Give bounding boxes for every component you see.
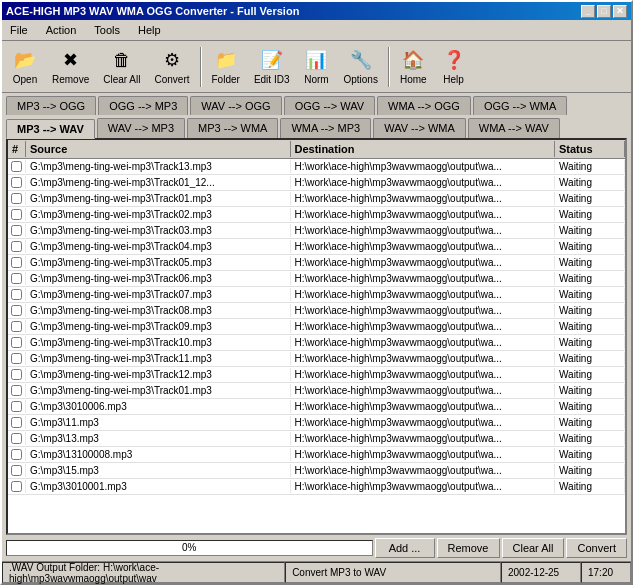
table-row[interactable]: G:\mp3\meng-ting-wei-mp3\Track03.mp3H:\w…	[8, 223, 625, 239]
table-row[interactable]: G:\mp3\meng-ting-wei-mp3\Track11.mp3H:\w…	[8, 351, 625, 367]
row-source: G:\mp3\meng-ting-wei-mp3\Track06.mp3	[26, 272, 291, 285]
norm-button[interactable]: 📊 Norm	[297, 44, 335, 89]
remove-button[interactable]: ✖ Remove	[46, 44, 95, 89]
tab-ogg-wma[interactable]: OGG --> WMA	[473, 96, 567, 115]
table-row[interactable]: G:\mp3\3010006.mp3H:\work\ace-high\mp3wa…	[8, 399, 625, 415]
tab-wav-mp3[interactable]: WAV --> MP3	[97, 118, 185, 138]
row-destination: H:\work\ace-high\mp3wavwmaogg\output\wa.…	[291, 464, 556, 477]
table-row[interactable]: G:\mp3\11.mp3H:\work\ace-high\mp3wavwmao…	[8, 415, 625, 431]
row-source: G:\mp3\meng-ting-wei-mp3\Track09.mp3	[26, 320, 291, 333]
table-row[interactable]: G:\mp3\meng-ting-wei-mp3\Track01.mp3H:\w…	[8, 191, 625, 207]
menu-help[interactable]: Help	[134, 22, 165, 38]
open-button[interactable]: 📂 Open	[6, 44, 44, 89]
table-row[interactable]: G:\mp3\meng-ting-wei-mp3\Track10.mp3H:\w…	[8, 335, 625, 351]
row-destination: H:\work\ace-high\mp3wavwmaogg\output\wa.…	[291, 480, 556, 493]
status-date: 2002-12-25	[501, 562, 581, 583]
row-checkbox[interactable]	[8, 448, 26, 461]
row-checkbox[interactable]	[8, 256, 26, 269]
row-checkbox[interactable]	[8, 480, 26, 493]
help-button[interactable]: ❓ Help	[435, 44, 473, 89]
row-source: G:\mp3\meng-ting-wei-mp3\Track01.mp3	[26, 192, 291, 205]
tab-wma-wav[interactable]: WMA --> WAV	[468, 118, 560, 138]
bottom-clear-all-button[interactable]: Clear All	[502, 538, 565, 558]
row-checkbox[interactable]	[8, 240, 26, 253]
row-checkbox[interactable]	[8, 400, 26, 413]
options-button[interactable]: 🔧 Options	[337, 44, 383, 89]
row-source: G:\mp3\meng-ting-wei-mp3\Track13.mp3	[26, 160, 291, 173]
home-button[interactable]: 🏠 Home	[394, 44, 433, 89]
table-row[interactable]: G:\mp3\13100008.mp3H:\work\ace-high\mp3w…	[8, 447, 625, 463]
row-checkbox[interactable]	[8, 464, 26, 477]
row-checkbox[interactable]	[8, 288, 26, 301]
row-destination: H:\work\ace-high\mp3wavwmaogg\output\wa.…	[291, 352, 556, 365]
row-checkbox[interactable]	[8, 160, 26, 173]
table-row[interactable]: G:\mp3\meng-ting-wei-mp3\Track05.mp3H:\w…	[8, 255, 625, 271]
row-checkbox[interactable]	[8, 384, 26, 397]
row-checkbox[interactable]	[8, 208, 26, 221]
status-output-folder: .WAV Output Folder: H:\work\ace-high\mp3…	[2, 562, 285, 583]
table-row[interactable]: G:\mp3\meng-ting-wei-mp3\Track01.mp3H:\w…	[8, 383, 625, 399]
tab-mp3-wav[interactable]: MP3 --> WAV	[6, 119, 95, 139]
table-row[interactable]: G:\mp3\3010001.mp3H:\work\ace-high\mp3wa…	[8, 479, 625, 495]
row-destination: H:\work\ace-high\mp3wavwmaogg\output\wa.…	[291, 448, 556, 461]
table-row[interactable]: G:\mp3\meng-ting-wei-mp3\Track01_12...H:…	[8, 175, 625, 191]
table-row[interactable]: G:\mp3\meng-ting-wei-mp3\Track07.mp3H:\w…	[8, 287, 625, 303]
row-status: Waiting	[555, 400, 625, 413]
row-checkbox[interactable]	[8, 432, 26, 445]
row-checkbox[interactable]	[8, 224, 26, 237]
norm-icon: 📊	[304, 48, 328, 72]
folder-button[interactable]: 📁 Folder	[206, 44, 246, 89]
bottom-convert-button[interactable]: Convert	[566, 538, 627, 558]
row-status: Waiting	[555, 416, 625, 429]
menu-file[interactable]: File	[6, 22, 32, 38]
progress-section: 0%	[6, 540, 373, 556]
row-source: G:\mp3\13100008.mp3	[26, 448, 291, 461]
tab-ogg-wav[interactable]: OGG --> WAV	[284, 96, 375, 115]
tab-wma-ogg[interactable]: WMA --> OGG	[377, 96, 471, 115]
close-button[interactable]: ✕	[613, 5, 627, 18]
table-row[interactable]: G:\mp3\13.mp3H:\work\ace-high\mp3wavwmao…	[8, 431, 625, 447]
tab-wav-wma[interactable]: WAV --> WMA	[373, 118, 466, 138]
minimize-button[interactable]: _	[581, 5, 595, 18]
row-checkbox[interactable]	[8, 192, 26, 205]
table-row[interactable]: G:\mp3\meng-ting-wei-mp3\Track12.mp3H:\w…	[8, 367, 625, 383]
row-checkbox[interactable]	[8, 336, 26, 349]
menu-action[interactable]: Action	[42, 22, 81, 38]
row-destination: H:\work\ace-high\mp3wavwmaogg\output\wa.…	[291, 240, 556, 253]
row-destination: H:\work\ace-high\mp3wavwmaogg\output\wa.…	[291, 160, 556, 173]
menu-tools[interactable]: Tools	[90, 22, 124, 38]
row-status: Waiting	[555, 224, 625, 237]
convert-button[interactable]: ⚙ Convert	[149, 44, 196, 89]
edit-id3-button[interactable]: 📝 Edit ID3	[248, 44, 296, 89]
table-body[interactable]: G:\mp3\meng-ting-wei-mp3\Track13.mp3H:\w…	[8, 159, 625, 533]
row-source: G:\mp3\meng-ting-wei-mp3\Track03.mp3	[26, 224, 291, 237]
tab-wav-ogg[interactable]: WAV --> OGG	[190, 96, 281, 115]
table-row[interactable]: G:\mp3\meng-ting-wei-mp3\Track08.mp3H:\w…	[8, 303, 625, 319]
maximize-button[interactable]: □	[597, 5, 611, 18]
row-checkbox[interactable]	[8, 176, 26, 189]
row-checkbox[interactable]	[8, 272, 26, 285]
tab-mp3-wma[interactable]: MP3 --> WMA	[187, 118, 278, 138]
row-checkbox[interactable]	[8, 304, 26, 317]
tab-ogg-mp3[interactable]: OGG --> MP3	[98, 96, 188, 115]
table-header: # Source Destination Status	[8, 140, 625, 159]
row-status: Waiting	[555, 192, 625, 205]
clear-all-button[interactable]: 🗑 Clear All	[97, 44, 146, 89]
row-checkbox[interactable]	[8, 352, 26, 365]
bottom-remove-button[interactable]: Remove	[437, 538, 500, 558]
row-checkbox[interactable]	[8, 368, 26, 381]
tab-mp3-ogg[interactable]: MP3 --> OGG	[6, 96, 96, 115]
table-row[interactable]: G:\mp3\meng-ting-wei-mp3\Track02.mp3H:\w…	[8, 207, 625, 223]
table-row[interactable]: G:\mp3\meng-ting-wei-mp3\Track09.mp3H:\w…	[8, 319, 625, 335]
add-button[interactable]: Add ...	[375, 538, 435, 558]
table-row[interactable]: G:\mp3\meng-ting-wei-mp3\Track06.mp3H:\w…	[8, 271, 625, 287]
table-row[interactable]: G:\mp3\15.mp3H:\work\ace-high\mp3wavwmao…	[8, 463, 625, 479]
table-row[interactable]: G:\mp3\meng-ting-wei-mp3\Track04.mp3H:\w…	[8, 239, 625, 255]
row-source: G:\mp3\meng-ting-wei-mp3\Track07.mp3	[26, 288, 291, 301]
tab-wma-mp3[interactable]: WMA --> MP3	[280, 118, 371, 138]
table-row[interactable]: G:\mp3\meng-ting-wei-mp3\Track13.mp3H:\w…	[8, 159, 625, 175]
tabs-row2: MP3 --> WAV WAV --> MP3 MP3 --> WMA WMA …	[2, 115, 631, 138]
row-checkbox[interactable]	[8, 416, 26, 429]
row-checkbox[interactable]	[8, 320, 26, 333]
row-source: G:\mp3\meng-ting-wei-mp3\Track04.mp3	[26, 240, 291, 253]
